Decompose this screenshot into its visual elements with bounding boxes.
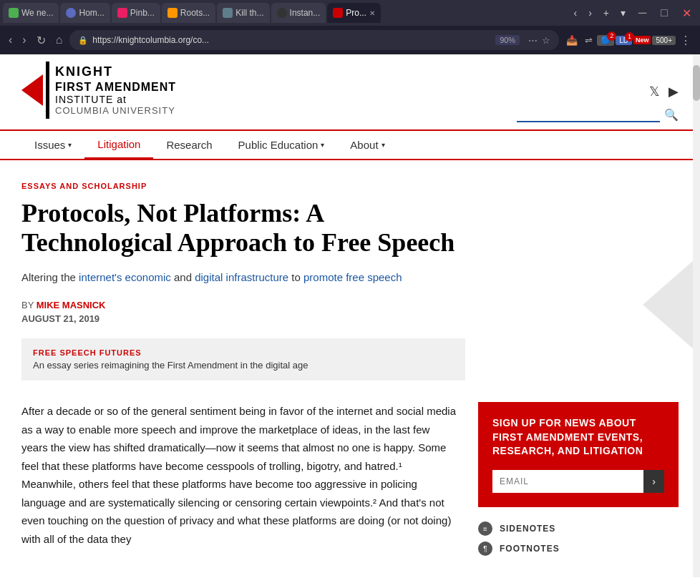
essay-series-desc: An essay series reimagining the First Am… (33, 360, 454, 371)
tab-1-icon (9, 8, 19, 18)
tab-3[interactable]: Pinb... (112, 3, 160, 23)
bookmark-icon[interactable]: ☆ (542, 35, 550, 46)
tab-2[interactable]: Hom... (60, 3, 110, 23)
tab-5[interactable]: Kill th... (217, 3, 269, 23)
tab-2-label: Hom... (79, 8, 104, 18)
new-label: New (633, 36, 651, 44)
subtitle-link-3[interactable]: promote free speech (303, 271, 402, 283)
footnotes-label[interactable]: FOOTNOTES (500, 544, 560, 554)
search-input[interactable] (517, 107, 660, 122)
tab-1[interactable]: We ne... (3, 3, 59, 23)
close-btn[interactable]: ✕ (676, 5, 697, 21)
pocket-icon[interactable]: 📥 (563, 34, 580, 47)
nav-issues[interactable]: Issues ▾ (21, 131, 84, 159)
tab-6[interactable]: Instan... (271, 3, 326, 23)
back-btn[interactable]: ‹ (6, 32, 15, 48)
subtitle-link-1[interactable]: internet's economic (79, 271, 171, 283)
maximize-btn[interactable]: □ (655, 5, 674, 21)
tab-4-icon (167, 8, 178, 18)
scrollbar-thumb[interactable] (693, 65, 700, 101)
article-header: ESSAYS AND SCHOLARSHIP Protocols, Not Pl… (0, 160, 501, 381)
tab-prev-btn[interactable]: ‹ (569, 6, 581, 20)
site-header: KNIGHT FIRST AMENDMENT INSTITUTE at COLU… (0, 54, 700, 131)
logo-area[interactable]: KNIGHT FIRST AMENDMENT INSTITUTE at COLU… (21, 62, 176, 129)
tab-5-label: Kill th... (235, 8, 263, 18)
sidenotes-label[interactable]: SIDENOTES (500, 524, 555, 534)
nav-research[interactable]: Research (153, 131, 225, 159)
tab-7-label: Pro... (346, 8, 366, 18)
logo-text: KNIGHT FIRST AMENDMENT INSTITUTE at COLU… (55, 64, 176, 116)
badge-counter-2: 1 (625, 32, 634, 41)
tab-4[interactable]: Roots... (162, 3, 215, 23)
social-icons: 𝕏 ▶ (649, 84, 679, 99)
search-bar: 🔍 (517, 107, 679, 122)
logo-mark (21, 62, 49, 119)
sidenotes-icon: ≡ (478, 521, 492, 536)
byline-prefix: BY (21, 300, 34, 310)
two-col-layout: After a decade or so of the general sent… (0, 402, 700, 577)
email-input[interactable] (492, 470, 643, 493)
youtube-icon[interactable]: ▶ (669, 84, 679, 99)
browser-chrome: We ne... Hom... Pinb... Roots... Kill th… (0, 0, 700, 54)
essay-series-label: FREE SPEECH FUTURES (33, 348, 454, 357)
tab-bar: We ne... Hom... Pinb... Roots... Kill th… (0, 0, 700, 26)
tab-list-btn[interactable]: ▾ (616, 6, 630, 20)
search-icon[interactable]: 🔍 (664, 108, 679, 122)
home-btn[interactable]: ⌂ (53, 32, 66, 48)
minimize-btn[interactable]: ─ (633, 5, 652, 21)
essay-series-box: FREE SPEECH FUTURES An essay series reim… (21, 338, 465, 381)
nav-public-education[interactable]: Public Education ▾ (225, 131, 338, 159)
header-right: 𝕏 ▶ 🔍 (517, 84, 679, 129)
url-bar[interactable]: 🔒 https://knightcolumbia.org/co... 90% ⋯… (69, 30, 559, 50)
tab-next-btn[interactable]: › (584, 6, 596, 20)
nav-about[interactable]: About ▾ (337, 131, 397, 159)
tab-5-icon (223, 8, 233, 18)
email-row: › (492, 470, 664, 493)
tab-7-icon (333, 8, 343, 18)
main-text: After a decade or so of the general sent… (21, 402, 457, 556)
new-tab-btn[interactable]: + (599, 6, 613, 20)
issues-dropdown-arrow: ▾ (68, 141, 72, 149)
article-subtitle: Altering the internet's economic and dig… (21, 270, 480, 286)
byline: BY MIKE MASNICK (21, 300, 480, 310)
zoom-indicator: 90% (495, 35, 520, 45)
twitter-icon[interactable]: 𝕏 (649, 84, 660, 99)
logo-line2: FIRST AMENDMENT (55, 80, 176, 94)
url-text: https://knightcolumbia.org/co... (92, 35, 485, 45)
scrollbar-track[interactable] (693, 54, 700, 577)
logo-line3: INSTITUTE at (55, 94, 176, 105)
article-title: Protocols, Not Platforms: A Technologica… (21, 199, 480, 258)
tab-6-icon (277, 8, 287, 18)
extension-badge-3[interactable]: 500+ (652, 36, 676, 45)
signup-box: SIGN UP FOR NEWS ABOUT FIRST AMENDMENT E… (478, 402, 679, 507)
tab-1-label: We ne... (21, 8, 53, 18)
sync-icon[interactable]: ⇌ (582, 34, 596, 47)
email-submit-btn[interactable]: › (643, 470, 664, 493)
tab-7-close[interactable]: ✕ (369, 9, 375, 17)
lock-icon: 🔒 (78, 36, 88, 45)
sidebar-col: SIGN UP FOR NEWS ABOUT FIRST AMENDMENT E… (478, 402, 679, 556)
extension-badge-1[interactable]: 2 🔵 (597, 35, 614, 46)
subtitle-link-2[interactable]: digital infrastructure (195, 271, 288, 283)
tab-7-active[interactable]: Pro... ✕ (327, 3, 381, 23)
footnotes-area: ¶ FOOTNOTES (478, 542, 679, 556)
logo-triangle (21, 74, 43, 106)
forward-btn[interactable]: › (19, 32, 29, 48)
author-link[interactable]: MIKE MASNICK (37, 300, 106, 310)
reload-btn[interactable]: ↻ (34, 32, 49, 49)
body-paragraph-1: After a decade or so of the general sent… (21, 402, 457, 548)
reader-mode-icon[interactable]: ⋯ (528, 35, 538, 46)
extension-badges: 📥 ⇌ 2 🔵 1 LD New 500+ ⋮ (563, 32, 694, 49)
website: KNIGHT FIRST AMENDMENT INSTITUTE at COLU… (0, 54, 700, 577)
about-dropdown-arrow: ▾ (381, 141, 385, 149)
tab-4-label: Roots... (180, 8, 210, 18)
tab-3-icon (117, 8, 127, 18)
tab-3-label: Pinb... (130, 8, 155, 18)
logo-line4: COLUMBIA UNIVERSITY (55, 105, 176, 116)
footnotes-icon: ¶ (478, 542, 492, 556)
sidenotes-area: ≡ SIDENOTES (478, 521, 679, 536)
extensions-menu-btn[interactable]: ⋮ (677, 32, 694, 49)
extension-badge-2[interactable]: 1 LD (616, 36, 632, 45)
dateline: AUGUST 21, 2019 (21, 313, 480, 324)
nav-litigation[interactable]: Litigation (84, 131, 153, 159)
